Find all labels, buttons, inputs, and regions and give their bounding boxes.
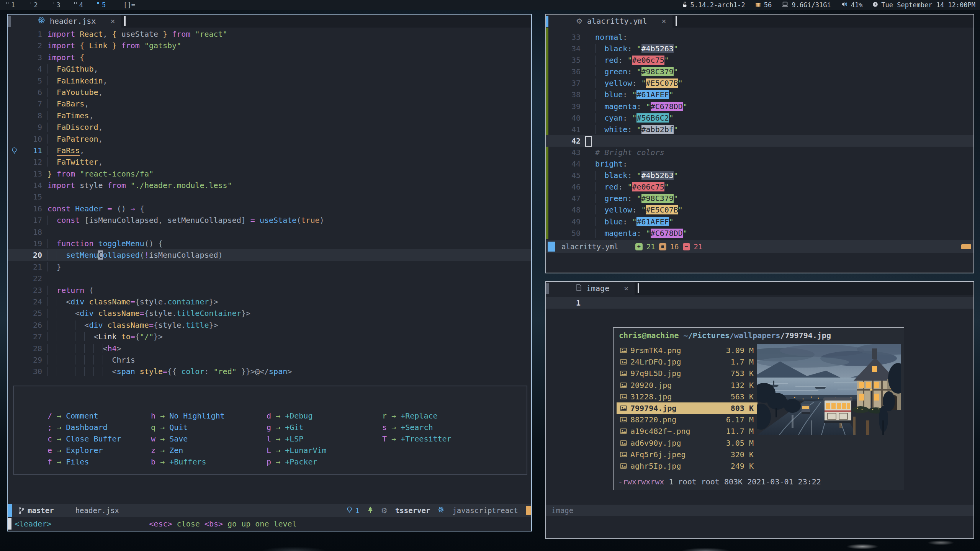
code-line[interactable]: 37 yellow: "#E5C07B"	[546, 77, 973, 89]
tab-alacritty-yml[interactable]: ⚙ alacritty.yml ×	[546, 15, 672, 28]
code-line[interactable]: 26 <div className={style.title}>	[8, 319, 531, 331]
code-line[interactable]: 39 magenta: "#C678DD"	[546, 101, 973, 112]
close-icon[interactable]: ×	[614, 284, 628, 293]
whichkey-item[interactable]: / → Comment	[47, 410, 151, 422]
code-line[interactable]: 43 # Bright colors	[546, 147, 973, 158]
whichkey-item[interactable]: z → Zen	[151, 445, 267, 456]
code-line[interactable]: 44 bright:	[546, 158, 973, 170]
file-row[interactable]: 31228.jpg563 K	[617, 391, 757, 402]
code-line[interactable]: 42	[546, 135, 973, 147]
code-line[interactable]: 5 FaLinkedin,	[8, 75, 531, 87]
whichkey-item[interactable]: h → No Highlight	[151, 410, 267, 422]
file-row[interactable]: 9rsmTK4.png3.09 M	[617, 345, 757, 356]
code-line[interactable]: 28 <h4>	[8, 343, 531, 354]
file-row[interactable]: 20920.jpg132 K	[617, 379, 757, 391]
code-line[interactable]: 15	[8, 191, 531, 203]
code-line[interactable]: 17 const [isMenuCollapsed, setMenuCollap…	[8, 214, 531, 226]
code-line[interactable]: 12 FaTwitter,	[8, 156, 531, 168]
code-line[interactable]: 11 FaRss,	[8, 145, 531, 156]
whichkey-item[interactable]: T → +Treesitter	[382, 433, 452, 445]
whichkey-item[interactable]: w → Save	[151, 433, 267, 445]
code-line[interactable]: 38 blue: "#61AFEF"	[546, 89, 973, 100]
code-area-header-jsx[interactable]: 1import React, { useState } from "react"…	[8, 28, 531, 378]
code-line[interactable]: 25 <div className={style.titleContainer}…	[8, 307, 531, 319]
whichkey-item[interactable]: e → Explorer	[47, 445, 151, 456]
tab-image[interactable]: image ×	[546, 282, 635, 295]
code-line[interactable]: 45 black: "#4b5263"	[546, 170, 973, 181]
file-row[interactable]: aghr5Ip.jpg249 K	[617, 460, 757, 472]
code-line[interactable]: 27 <Link to={"/"}>	[8, 331, 531, 342]
file-row-selected[interactable]: 799794.jpg803 K	[617, 402, 757, 414]
whichkey-item[interactable]: ; → Dashboard	[47, 422, 151, 433]
code-line[interactable]: 34 black: "#4b5263"	[546, 43, 973, 54]
tab-header-jsx[interactable]: header.jsx ×	[8, 15, 121, 28]
code-line[interactable]: 40 cyan: "#56B6C2"	[546, 112, 973, 124]
code-line[interactable]: 50 magenta: "#C678DD"	[546, 227, 973, 239]
whichkey-item[interactable]: f → Files	[47, 456, 151, 468]
code-line[interactable]: 30 <span style={{ color: "red" }}>@</spa…	[8, 366, 531, 377]
code-line[interactable]: 29 Chris	[8, 354, 531, 366]
code-line[interactable]: 20 setMenuCollapsed(!isMenuCollapsed)	[8, 249, 531, 261]
file-row[interactable]: 24LrDFQ.jpg1.7 M	[617, 356, 757, 368]
whichkey-item[interactable]: b → +Buffers	[151, 456, 267, 468]
code-line[interactable]: 6 FaYoutube,	[8, 87, 531, 98]
whichkey-popup: / → Comment; → Dashboardc → Close Buffer…	[13, 386, 527, 475]
code-line[interactable]: 18	[8, 226, 531, 238]
code-line[interactable]: 47 green: "#98C379"	[546, 193, 973, 204]
code-line[interactable]: 3import {	[8, 52, 531, 63]
whichkey-item[interactable]: d → +Debug	[267, 410, 382, 422]
whichkey-item[interactable]: s → +Search	[382, 422, 452, 433]
code-line[interactable]: 10 FaPatreon,	[8, 133, 531, 145]
code-area-image[interactable]: 1	[546, 297, 973, 309]
file-row[interactable]: a19c482f~.png11.7 M	[617, 425, 757, 437]
code-line[interactable]: 16const Header = () ⇒ {	[8, 203, 531, 214]
line-number: 29	[21, 354, 47, 366]
file-row[interactable]: 882720.png6.17 M	[617, 414, 757, 425]
workspace-2[interactable]: 2	[29, 1, 38, 9]
code-line[interactable]: 23 return (	[8, 284, 531, 296]
code-line[interactable]: 22	[8, 273, 531, 284]
workspace-3[interactable]: 3	[52, 1, 61, 9]
workspace-1[interactable]: 1	[6, 1, 15, 9]
workspace-4[interactable]: 4	[74, 1, 83, 9]
code-line[interactable]: 14import style from "./header.module.les…	[8, 180, 531, 191]
close-icon[interactable]: ×	[652, 16, 666, 26]
tabline-cursor	[676, 16, 677, 26]
workspace-5[interactable]: 5	[97, 1, 106, 9]
file-row[interactable]: AFq5r6j.jpeg320 K	[617, 449, 757, 460]
line-number: 6	[21, 87, 47, 98]
whichkey-item[interactable]: p → +Packer	[267, 456, 382, 468]
code-line[interactable]: 41 white: "#abb2bf"	[546, 124, 973, 135]
whichkey-item[interactable]: r → +Replace	[382, 410, 452, 422]
code-line[interactable]: 35 red: "#e06c75"	[546, 54, 973, 66]
code-line[interactable]: 13} from "react-icons/fa"	[8, 168, 531, 180]
file-row[interactable]: 97q9L5D.jpg753 K	[617, 368, 757, 379]
code-line[interactable]: 4 FaGithub,	[8, 63, 531, 75]
code-line[interactable]: 7 FaBars,	[8, 98, 531, 110]
whichkey-item[interactable]: q → Quit	[151, 422, 267, 433]
code-area-alacritty[interactable]: 33 normal:34 black: "#4b5263"35 red: "#e…	[546, 31, 973, 239]
line-number: 48	[559, 204, 586, 216]
close-icon[interactable]: ×	[100, 16, 115, 26]
code-line[interactable]: 9 FaDiscord,	[8, 121, 531, 133]
code-line[interactable]: 21 }	[8, 261, 531, 273]
whichkey-item[interactable]: c → Close Buffer	[47, 433, 151, 445]
code-line[interactable]: 19 function toggleMenu() {	[8, 238, 531, 249]
whichkey-item[interactable]: L → +LunarVim	[267, 445, 382, 456]
code-line[interactable]: 46 red: "#e06c75"	[546, 181, 973, 193]
line-number: 10	[21, 133, 47, 145]
whichkey-item[interactable]: g → +Git	[267, 422, 382, 433]
code-line[interactable]: 1import React, { useState } from "react"	[8, 28, 531, 40]
whichkey-item[interactable]: l → +LSP	[267, 433, 382, 445]
code-line[interactable]: 1	[546, 297, 973, 309]
code-line[interactable]: 36 green: "#98C379"	[546, 66, 973, 77]
volume-icon	[841, 1, 848, 9]
code-line[interactable]: 8 FaTimes,	[8, 110, 531, 121]
code-line[interactable]: 49 blue: "#61AFEF"	[546, 216, 973, 227]
code-line[interactable]: 33 normal:	[546, 31, 973, 43]
code-line[interactable]: 24 <div className={style.container}>	[8, 296, 531, 307]
code-line[interactable]: 2import { Link } from "gatsby"	[8, 40, 531, 51]
diagnostics-hint: 1	[346, 506, 359, 515]
code-line[interactable]: 48 yellow: "#E5C07B"	[546, 204, 973, 216]
file-row[interactable]: ad6v90y.jpg3.05 M	[617, 437, 757, 449]
